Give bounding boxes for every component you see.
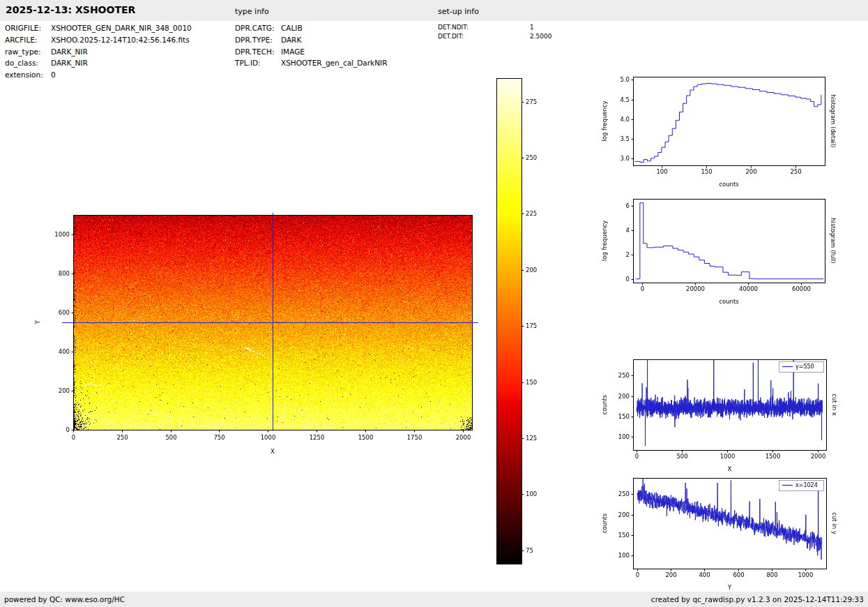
meta-row-dit: DET.DIT: 2.5000 xyxy=(438,32,552,41)
meta-row-origfile: ORIGFILE: XSHOOTER_GEN_DARK_NIR_348_0010 xyxy=(5,22,192,34)
file-info-block: ORIGFILE: XSHOOTER_GEN_DARK_NIR_348_0010… xyxy=(5,22,192,81)
meta-label: DET.NDIT: xyxy=(438,23,530,32)
meta-value: DARK xyxy=(281,34,301,46)
meta-row-dprtech: DPR.TECH: IMAGE xyxy=(235,46,387,58)
page-title: 2025-12-13: XSHOOTER xyxy=(6,4,135,15)
meta-label: DPR.TYPE: xyxy=(235,34,281,46)
cut-in-y-plot xyxy=(598,465,842,592)
type-info-block: DPR.CATG: CALIB DPR.TYPE: DARK DPR.TECH:… xyxy=(235,22,387,69)
meta-value: 0 xyxy=(51,69,56,81)
meta-label: DET.DIT: xyxy=(438,32,530,41)
header-bar: 2025-12-13: XSHOOTER type info set-up in… xyxy=(0,0,868,21)
meta-row-rawtype: raw_type: DARK_NIR xyxy=(5,46,192,58)
meta-value: DARK_NIR xyxy=(51,57,88,69)
meta-row-dprcatg: DPR.CATG: CALIB xyxy=(235,22,387,34)
histogram-full-plot xyxy=(598,187,842,313)
meta-row-tplid: TPL.ID: XSHOOTER_gen_cal_DarkNIR xyxy=(235,57,387,69)
setup-info-block: DET.NDIT: 1 DET.DIT: 2.5000 xyxy=(438,23,552,40)
meta-row-extension: extension: 0 xyxy=(5,69,192,81)
meta-label: do_class: xyxy=(5,57,51,69)
meta-label: DPR.CATG: xyxy=(235,22,281,34)
colorbar xyxy=(488,73,554,572)
footer-bar: powered by QC: www.eso.org/HC created by… xyxy=(0,592,868,607)
footer-right-text: created by qc_rawdisp.py v1.2.3 on 2025-… xyxy=(651,592,864,607)
histogram-detail-plot xyxy=(598,66,842,192)
meta-row-dprtype: DPR.TYPE: DARK xyxy=(235,34,387,46)
meta-value: XSHOOTER_gen_cal_DarkNIR xyxy=(281,57,387,69)
meta-label: DPR.TECH: xyxy=(235,46,281,58)
meta-label: raw_type: xyxy=(5,46,51,58)
type-info-heading: type info xyxy=(235,7,269,16)
main-image-plot xyxy=(28,204,488,463)
meta-value: IMAGE xyxy=(281,46,305,58)
meta-value: DARK_NIR xyxy=(51,46,88,58)
meta-value: 1 xyxy=(530,23,534,32)
meta-label: extension: xyxy=(5,69,51,81)
footer-left-text: powered by QC: www.eso.org/HC xyxy=(4,592,125,607)
meta-label: ARCFILE: xyxy=(5,34,51,46)
cut-in-x-plot xyxy=(598,347,842,477)
meta-value: 2.5000 xyxy=(530,32,552,41)
meta-label: ORIGFILE: xyxy=(5,22,51,34)
meta-value: CALIB xyxy=(281,22,303,34)
meta-value: XSHOO.2025-12-14T10:42:56.146.fits xyxy=(51,34,190,46)
meta-row-ndit: DET.NDIT: 1 xyxy=(438,23,552,32)
meta-row-doclass: do_class: DARK_NIR xyxy=(5,57,192,69)
setup-info-heading: set-up info xyxy=(438,7,479,16)
meta-label: TPL.ID: xyxy=(235,57,281,69)
meta-value: XSHOOTER_GEN_DARK_NIR_348_0010 xyxy=(51,22,192,34)
meta-row-arcfile: ARCFILE: XSHOO.2025-12-14T10:42:56.146.f… xyxy=(5,34,192,46)
